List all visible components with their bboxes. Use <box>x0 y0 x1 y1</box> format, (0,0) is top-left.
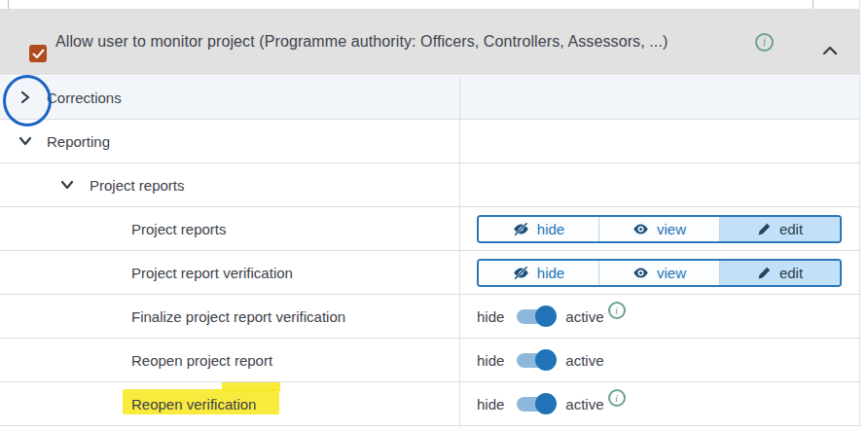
permissions-tree: Corrections Reporting <box>0 76 859 426</box>
pencil-icon <box>757 222 772 236</box>
tree-item-label: Project reports <box>131 221 227 237</box>
toggle-on-label: active <box>565 352 603 369</box>
tree-cell: Project reports <box>0 163 460 206</box>
checkmark-icon <box>32 49 45 59</box>
chevron-down-icon <box>60 180 74 190</box>
active-toggle[interactable] <box>517 353 556 368</box>
view-button[interactable]: view <box>598 217 719 241</box>
top-remnant-strip <box>0 0 868 9</box>
hide-button-label: hide <box>537 221 564 237</box>
hide-button-label: hide <box>537 265 564 281</box>
toggle-off-label: hide <box>477 352 504 369</box>
view-button-label: view <box>657 265 686 281</box>
toggle-knob <box>535 393 557 414</box>
tree-row-project-reports: Project reports hide <box>0 207 859 251</box>
table-right-border <box>859 0 860 426</box>
collapse-section-button[interactable] <box>818 40 842 61</box>
collapse-button[interactable] <box>55 163 79 206</box>
tree-item-label: Reporting <box>47 133 110 150</box>
edit-button[interactable]: edit <box>719 217 840 241</box>
tree-cell: Corrections <box>0 76 460 119</box>
edit-button[interactable]: edit <box>719 261 840 285</box>
permission-toggle-group: hide active <box>477 339 604 382</box>
eye-off-icon <box>513 222 529 236</box>
edit-button-label: edit <box>779 221 803 237</box>
chevron-right-icon <box>20 90 30 104</box>
tree-cell-controls <box>460 120 859 162</box>
tree-row-finalize-verification: Finalize project report verification hid… <box>0 295 859 339</box>
tree-item-label: Reopen project report <box>131 352 272 369</box>
toggle-off-label: hide <box>477 396 504 413</box>
tree-cell-controls: hide active i <box>460 295 859 338</box>
tree-item-label: Reopen verification <box>131 396 256 413</box>
highlight-annotation <box>222 382 280 391</box>
toggle-off-label: hide <box>477 308 504 325</box>
permission-toggle-group: hide active i <box>477 382 626 426</box>
active-toggle[interactable] <box>517 309 556 324</box>
pencil-icon <box>757 266 772 280</box>
toggle-on-label: active <box>565 308 603 325</box>
eye-icon <box>633 267 649 279</box>
chevron-up-icon <box>822 46 838 55</box>
info-icon[interactable]: i <box>608 302 626 319</box>
tree-item-label: Project reports <box>90 177 185 194</box>
info-icon[interactable]: i <box>755 33 774 52</box>
tree-cell-controls: hide view edit <box>460 207 859 250</box>
monitor-project-checkbox[interactable] <box>29 45 47 62</box>
tree-row-reopen-verification: Reopen verification hide active i <box>0 382 859 426</box>
view-button-label: view <box>657 221 686 237</box>
section-header: Allow user to monitor project (Programme… <box>0 9 859 75</box>
tree-cell-controls: hide active <box>460 339 859 381</box>
tree-cell-controls <box>460 163 859 206</box>
toggle-knob <box>535 305 557 327</box>
info-icon[interactable]: i <box>608 389 626 407</box>
chevron-down-icon <box>18 136 32 146</box>
tree-cell: Reopen verification <box>0 382 460 425</box>
hide-button[interactable]: hide <box>479 261 598 285</box>
tree-item-label: Finalize project report verification <box>131 308 345 325</box>
divider <box>813 0 814 9</box>
tree-row-reporting: Reporting <box>0 120 859 163</box>
tree-cell-controls: hide active i <box>460 382 859 425</box>
tree-cell: Project report verification <box>0 251 460 294</box>
tree-item-label: Corrections <box>47 90 122 106</box>
tree-cell-controls: hide view edit <box>460 251 859 294</box>
tree-row-project-report-verification: Project report verification hide <box>0 251 859 295</box>
tree-item-label: Project report verification <box>131 265 293 281</box>
tree-cell: Finalize project report verification <box>0 295 460 338</box>
tree-cell: Reporting <box>0 120 460 162</box>
hide-button[interactable]: hide <box>479 217 598 241</box>
permission-segmented-control: hide view edit <box>477 215 842 243</box>
tree-cell-controls <box>460 76 859 119</box>
active-toggle[interactable] <box>517 397 556 412</box>
view-button[interactable]: view <box>598 261 719 285</box>
tree-row-corrections: Corrections <box>0 76 859 120</box>
expand-button[interactable] <box>14 76 37 119</box>
toggle-on-label: active <box>565 396 603 413</box>
toggle-knob <box>535 349 557 371</box>
tree-row-reopen-project-report: Reopen project report hide active <box>0 339 859 382</box>
tree-cell: Reopen project report <box>0 339 460 381</box>
tree-cell: Project reports <box>0 207 460 250</box>
collapse-button[interactable] <box>14 120 37 162</box>
tree-row-project-reports-group: Project reports <box>0 163 859 207</box>
permission-segmented-control: hide view edit <box>477 259 842 287</box>
eye-icon <box>633 223 649 235</box>
eye-off-icon <box>513 266 529 280</box>
section-title: Allow user to monitor project (Programme… <box>55 9 668 75</box>
divider <box>8 0 9 9</box>
permissions-panel: Allow user to monitor project (Programme… <box>0 0 868 431</box>
edit-button-label: edit <box>779 265 803 281</box>
permission-toggle-group: hide active i <box>477 295 626 339</box>
